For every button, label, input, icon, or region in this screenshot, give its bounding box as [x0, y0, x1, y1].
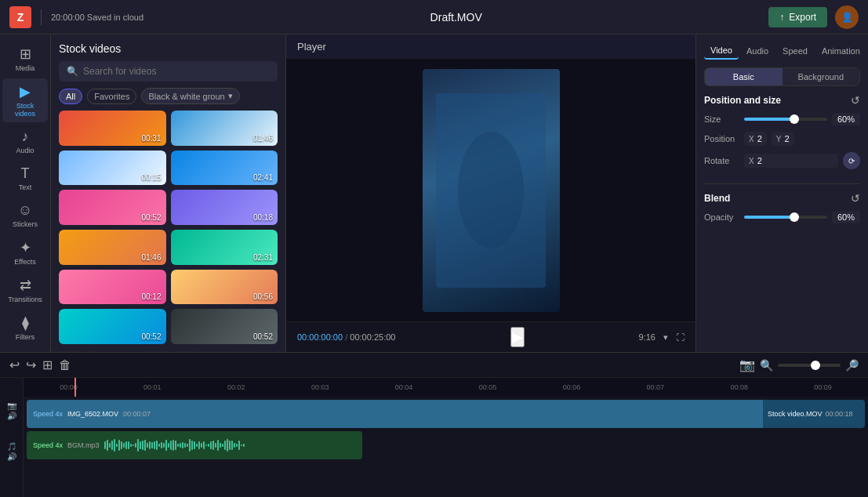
sidebar-item-stickers[interactable]: ☺ Stickers [2, 198, 48, 233]
tab-animation[interactable]: Animation [815, 42, 866, 60]
waveform-bar [125, 441, 127, 448]
ruler-mark: 00:07 [613, 383, 697, 391]
waveform-bar [222, 444, 223, 448]
sidebar-item-effects[interactable]: ✦ Effects [2, 234, 48, 270]
sidebar-item-stock-videos[interactable]: ▶ Stock videos [2, 78, 48, 122]
reset-blend-icon[interactable]: ↺ [851, 192, 860, 205]
waveform-bar [135, 443, 136, 448]
effects-icon: ✦ [20, 239, 31, 256]
sidebar-label-stickers: Stickers [13, 220, 38, 228]
waveform-bar [182, 442, 183, 448]
search-input[interactable] [83, 66, 270, 77]
filter-favorites[interactable]: Favorites [87, 89, 136, 104]
sidebar-item-transitions[interactable]: ⇄ Transitions [2, 272, 48, 308]
video-thumbnail[interactable]: 00:18 [171, 190, 278, 225]
waveform-bar [128, 441, 129, 449]
stock-video-clip[interactable]: Stock video.MOV 00:00:18 [763, 400, 865, 428]
position-label: Position [704, 134, 739, 143]
sidebar-label-stock: Stock videos [5, 102, 45, 118]
volume-icon[interactable]: 🔊 [7, 412, 16, 420]
aspect-ratio: 9:16 [639, 332, 656, 342]
size-slider[interactable] [744, 118, 827, 121]
video-duration: 00:52 [141, 332, 161, 341]
waveform-bar [114, 439, 115, 451]
sidebar-item-media[interactable]: ⊞ Media [2, 41, 48, 77]
split-button[interactable]: ⊞ [42, 357, 53, 372]
filter-row: All Favorites Black & white groun ▾ [59, 88, 278, 104]
main-video-clip[interactable]: Speed 4x IMG_6502.MOV 00:00:07 [27, 400, 763, 428]
position-size-title: Position and size [704, 95, 781, 106]
video-thumbnail[interactable]: 01:46 [59, 230, 166, 265]
waveform-bar [229, 441, 231, 451]
filters-icon: ⧫ [22, 314, 29, 332]
waveform-bar [133, 444, 134, 446]
waveform-bar [234, 443, 235, 447]
video-thumbnail[interactable]: 00:56 [171, 270, 278, 305]
tab-audio[interactable]: Audio [740, 42, 775, 60]
camera-record-button[interactable]: 📷 [739, 357, 755, 372]
sidebar-label-transitions: Transitions [8, 296, 42, 303]
waveform-bar [191, 441, 193, 450]
position-y-input[interactable]: Y 2 [772, 132, 794, 146]
redo-button[interactable]: ↪ [26, 357, 36, 372]
sidebar-item-filters[interactable]: ⧫ Filters [2, 310, 48, 346]
sub-tab-background[interactable]: Background [783, 68, 860, 85]
waveform-bar [173, 440, 174, 451]
rotate-360-button[interactable]: ⟳ [843, 152, 860, 169]
delete-button[interactable]: 🗑 [59, 358, 71, 372]
camera-icon[interactable]: 📷 [7, 401, 16, 410]
filter-dropdown[interactable]: Black & white groun ▾ [141, 88, 239, 104]
video-duration: 01:46 [253, 134, 273, 143]
tab-speed[interactable]: Speed [776, 42, 814, 60]
video-thumbnail[interactable]: 00:15 [59, 151, 166, 186]
timeline-ruler: 00:0000:0100:0200:0300:0400:0500:0600:07… [24, 378, 868, 397]
video-duration: 02:31 [253, 253, 273, 262]
zoom-slider[interactable] [778, 364, 841, 367]
opacity-row: Opacity 60% [704, 211, 860, 223]
audio-speed: Speed 4x [33, 441, 63, 449]
play-button[interactable]: ▶ [510, 327, 525, 347]
export-icon: ↑ [779, 12, 784, 23]
audio-volume-icon[interactable]: 🔊 [7, 452, 16, 461]
video-thumbnail[interactable]: 00:31 [59, 111, 166, 146]
filter-all[interactable]: All [59, 89, 82, 104]
video-thumbnail[interactable]: 00:52 [59, 190, 166, 225]
reset-position-icon[interactable]: ↺ [851, 94, 860, 107]
sub-tab-basic[interactable]: Basic [705, 68, 783, 85]
video-thumbnail[interactable]: 00:12 [59, 270, 166, 305]
position-x-input[interactable]: X 2 [744, 132, 767, 146]
undo-button[interactable]: ↩ [9, 357, 20, 372]
zoom-out-icon[interactable]: 🔍 [760, 359, 773, 372]
waveform-bar [210, 441, 212, 449]
video-duration: 00:12 [141, 292, 161, 301]
audio-icon: ♪ [22, 129, 29, 145]
video-thumbnail[interactable]: 00:52 [171, 309, 278, 344]
avatar[interactable]: 👤 [835, 5, 859, 29]
section-divider [704, 183, 860, 184]
sidebar-label-text: Text [19, 183, 32, 191]
video-thumbnail[interactable]: 00:52 [59, 309, 166, 344]
export-button[interactable]: ↑ Export [768, 7, 827, 27]
waveform-bar [231, 441, 233, 451]
audio-track-icon[interactable]: 🎵 [7, 442, 16, 451]
fullscreen-icon[interactable]: ⛶ [676, 332, 685, 342]
waveform-bar [104, 441, 106, 448]
size-value: 60% [832, 113, 860, 125]
stock-panel-title: Stock videos [59, 42, 278, 55]
player-controls: 00:00:00:00 / 00:00:25:00 ▶ 9:16 ▾ ⛶ [286, 321, 695, 352]
sidebar-item-audio[interactable]: ♪ Audio [2, 124, 48, 159]
waveform-bar [144, 440, 146, 451]
opacity-slider[interactable] [744, 216, 827, 219]
rotate-x-input[interactable]: X 2 [744, 154, 838, 168]
pos-y-value: 2 [784, 134, 789, 143]
playhead [74, 378, 76, 397]
stock-panel: Stock videos 🔍 All Favorites Black & whi… [51, 34, 286, 352]
video-thumbnail[interactable]: 02:41 [171, 151, 278, 186]
pos-y-label: Y [776, 135, 782, 143]
zoom-in-icon[interactable]: 🔎 [845, 359, 859, 372]
video-thumbnail[interactable]: 01:46 [171, 111, 278, 146]
tab-video[interactable]: Video [704, 42, 739, 60]
audio-clip[interactable]: Speed 4x BGM.mp3 [27, 431, 362, 459]
video-thumbnail[interactable]: 02:31 [171, 230, 278, 265]
sidebar-item-text[interactable]: T Text [2, 161, 48, 196]
